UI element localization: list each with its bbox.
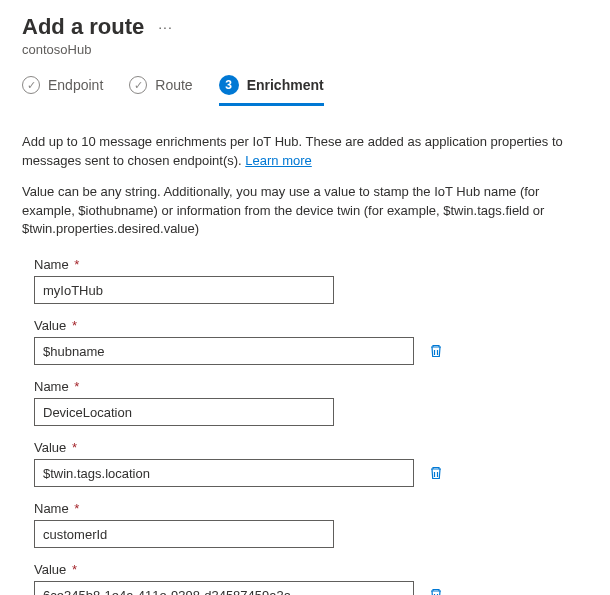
enrichment-name-input[interactable] — [34, 398, 334, 426]
value-label: Value * — [34, 440, 588, 455]
intro-text: Add up to 10 message enrichments per IoT… — [22, 133, 582, 171]
step-route[interactable]: ✓ Route — [129, 76, 192, 102]
required-marker: * — [68, 318, 77, 333]
required-marker: * — [71, 379, 80, 394]
enrichment-name-group: Name * — [34, 379, 588, 426]
value-label: Value * — [34, 318, 588, 333]
enrichment-value-group: Value * — [34, 562, 588, 595]
enrichment-value-group: Value * — [34, 440, 588, 487]
step-label: Route — [155, 77, 192, 93]
value-label: Value * — [34, 562, 588, 577]
required-marker: * — [68, 440, 77, 455]
enrichment-value-group: Value * — [34, 318, 588, 365]
step-nav: ✓ Endpoint ✓ Route 3 Enrichment — [22, 75, 588, 103]
step-endpoint[interactable]: ✓ Endpoint — [22, 76, 103, 102]
enrichment-name-group: Name * — [34, 501, 588, 548]
check-icon: ✓ — [129, 76, 147, 94]
enrichment-value-input[interactable] — [34, 459, 414, 487]
name-label: Name * — [34, 501, 588, 516]
hub-name: contosoHub — [22, 42, 588, 57]
name-label: Name * — [34, 257, 588, 272]
learn-more-link[interactable]: Learn more — [245, 153, 311, 168]
enrichment-name-group: Name * — [34, 257, 588, 304]
step-enrichment[interactable]: 3 Enrichment — [219, 75, 324, 106]
value-hint-text: Value can be any string. Additionally, y… — [22, 183, 582, 240]
check-icon: ✓ — [22, 76, 40, 94]
step-label: Enrichment — [247, 77, 324, 93]
enrichment-value-input[interactable] — [34, 581, 414, 595]
delete-icon[interactable] — [428, 343, 444, 359]
enrichment-value-input[interactable] — [34, 337, 414, 365]
enrichment-name-input[interactable] — [34, 276, 334, 304]
enrichments-list: Name * Value * Name * Value * Name * Val… — [22, 257, 588, 595]
enrichment-name-input[interactable] — [34, 520, 334, 548]
step-label: Endpoint — [48, 77, 103, 93]
step-number-badge: 3 — [219, 75, 239, 95]
required-marker: * — [71, 501, 80, 516]
more-icon[interactable]: ··· — [158, 19, 173, 35]
required-marker: * — [68, 562, 77, 577]
delete-icon[interactable] — [428, 587, 444, 595]
page-title: Add a route — [22, 14, 144, 40]
required-marker: * — [71, 257, 80, 272]
name-label: Name * — [34, 379, 588, 394]
delete-icon[interactable] — [428, 465, 444, 481]
